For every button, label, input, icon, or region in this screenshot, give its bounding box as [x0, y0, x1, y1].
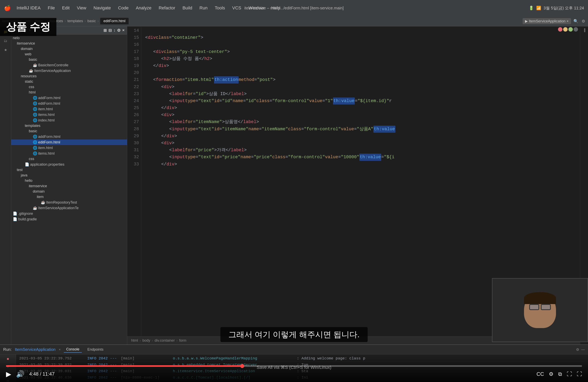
code-line: <div> [145, 83, 576, 91]
sort-icon[interactable]: ↕ [113, 28, 115, 33]
tree-item[interactable]: ☕ ItemRepositoryTest [11, 200, 127, 205]
tree-item[interactable]: css [11, 156, 127, 162]
menu-file[interactable]: File [46, 5, 56, 11]
menu-intellij[interactable]: IntelliJ IDEA [15, 5, 42, 11]
menu-refactor[interactable]: Refactor [157, 5, 177, 11]
code-line: <input type="text" id="id" name="id" cla… [145, 97, 576, 104]
tree-item[interactable]: 📄 build.gradle [11, 216, 127, 222]
line-numbers: 1415161718192021222324252627282930313233 [127, 26, 141, 336]
miniplayer-button[interactable]: ⧉ [558, 371, 562, 377]
code-line: <div class="container"> [145, 34, 576, 41]
tree-item[interactable]: hello [11, 178, 127, 183]
close-panel-icon[interactable]: × [122, 28, 125, 33]
tree-item[interactable]: 🌐 items.html [11, 151, 127, 156]
expand-icon[interactable]: ⊞ [104, 28, 107, 33]
tree-item[interactable]: 🌐 addForm.html [11, 95, 127, 101]
code-line: <label for="itemName">상품명</label> [145, 118, 576, 125]
face-wrapper [524, 292, 556, 328]
tree-item[interactable]: 🌐 item.html [11, 145, 127, 151]
tab-console[interactable]: Console [64, 346, 82, 353]
gear-icon[interactable]: ⚙ [117, 28, 121, 33]
menu-code[interactable]: Code [116, 5, 130, 11]
tree-item[interactable]: static [11, 79, 127, 84]
play-button[interactable]: ▶ [6, 370, 11, 378]
tree-item[interactable]: 📄 application.properties [11, 162, 127, 167]
tree-item[interactable]: html [11, 90, 127, 95]
tree-item[interactable]: 🌐 item.html [11, 106, 127, 112]
tree-item[interactable]: nelo [11, 35, 127, 41]
camera-thumbnail [492, 278, 588, 342]
code-line: <input type="text" id="itemName" name="i… [145, 126, 576, 133]
tree-item[interactable]: basic [11, 129, 127, 134]
fullscreen-button[interactable]: ⛶ [577, 371, 582, 377]
tree-item[interactable]: test [11, 167, 127, 173]
run-config-button[interactable]: ▶ ItemServiceApplication × [523, 18, 571, 24]
tree-item[interactable]: web [11, 52, 127, 57]
menu-edit[interactable]: Edit [60, 5, 71, 11]
breadcrumb-templates[interactable]: templates [67, 19, 83, 23]
search-icon[interactable]: 🔍 [573, 18, 579, 24]
window-title: item-service – main/.../editForm.html [i… [244, 6, 344, 10]
tree-item[interactable]: templates [11, 123, 127, 129]
menu-tools[interactable]: Tools [213, 5, 227, 11]
project-tree: neloitemservicedomainwebbasic☕ BasicItem… [11, 35, 127, 344]
glass-left [529, 304, 539, 310]
bc-div: div.container [155, 339, 175, 343]
collapse-icon[interactable]: ⊟ [108, 28, 112, 33]
code-line: <label for="id">상품 ID</label> [145, 91, 576, 97]
sidebar-icons: 📁 🗂 ★ [0, 26, 11, 344]
tree-item[interactable]: ☕ ItemServiceApplication [11, 68, 127, 74]
menu-analyze[interactable]: Analyze [134, 5, 153, 11]
wifi-icon: 📶 [536, 6, 541, 10]
tree-item[interactable]: basic [11, 57, 127, 62]
menu-run[interactable]: Run [198, 5, 209, 11]
menu-navigate[interactable]: Navigate [92, 5, 113, 11]
bottom-right-icons: ⚙ — [576, 347, 585, 352]
tree-item[interactable]: java [11, 173, 127, 178]
volume-button[interactable]: 🔊 [16, 370, 24, 378]
code-line: </div> [145, 161, 576, 168]
face-glasses [529, 304, 551, 310]
tab-endpoints[interactable]: Endpoints [85, 347, 106, 352]
settings-icon[interactable]: ⚙ [581, 18, 586, 24]
tree-item[interactable]: 📄 .gitignore [11, 211, 127, 216]
tree-item[interactable]: 🌐 index.html [11, 117, 127, 123]
settings-video-button[interactable]: ⚙ [549, 371, 553, 377]
tree-item[interactable]: css [11, 84, 127, 90]
red-indicator [558, 27, 562, 32]
code-line [145, 27, 576, 34]
tree-item[interactable]: 🌐 addForm.html [11, 134, 127, 139]
run-app-name[interactable]: ItemServiceApplication [15, 347, 55, 352]
tree-item[interactable]: 🌐 items.html [11, 112, 127, 117]
run-close[interactable]: × [59, 348, 61, 351]
face-hair [524, 292, 556, 304]
tree-item[interactable]: domain [11, 189, 127, 194]
code-line [145, 41, 576, 48]
active-tab[interactable]: editForm.html [100, 18, 129, 24]
tree-item[interactable]: itemservice [11, 41, 127, 46]
minimize-icon-bottom[interactable]: — [581, 347, 585, 352]
tree-item[interactable]: itemservice [11, 183, 127, 189]
tree-item[interactable]: 🌐 editForm.html [11, 101, 127, 106]
code-line: </div> [145, 104, 576, 112]
bc-html: html [131, 339, 138, 343]
gutter-icon-1: ▐ [583, 28, 585, 32]
tree-item[interactable]: domain [11, 46, 127, 52]
breadcrumb-basic[interactable]: basic [87, 19, 96, 23]
captions-button[interactable]: CC [536, 371, 544, 377]
settings-icon-bottom[interactable]: ⚙ [576, 347, 579, 352]
menu-build[interactable]: Build [181, 5, 194, 11]
tree-item[interactable]: ☕ ItemServiceApplicationTe [11, 205, 127, 211]
subtitle-overlay: 그래서 여기 이렇게 해주시면 됩니다. [220, 327, 368, 342]
tree-item[interactable]: resources [11, 74, 127, 79]
menu-vcs[interactable]: VCS [231, 5, 243, 11]
tree-item[interactable]: ☕ BasicItemControlle [11, 62, 127, 68]
theater-button[interactable]: ⛶ [567, 371, 572, 377]
tree-item[interactable]: item [11, 194, 127, 200]
bc-form: form [179, 339, 186, 343]
structure-icon[interactable]: 🗂 [3, 38, 9, 44]
favorites-icon[interactable]: ★ [3, 47, 8, 53]
total-time: 11:47 [42, 371, 55, 377]
menu-view[interactable]: View [75, 5, 88, 11]
tree-item[interactable]: 🌐 editForm.html [11, 139, 127, 145]
